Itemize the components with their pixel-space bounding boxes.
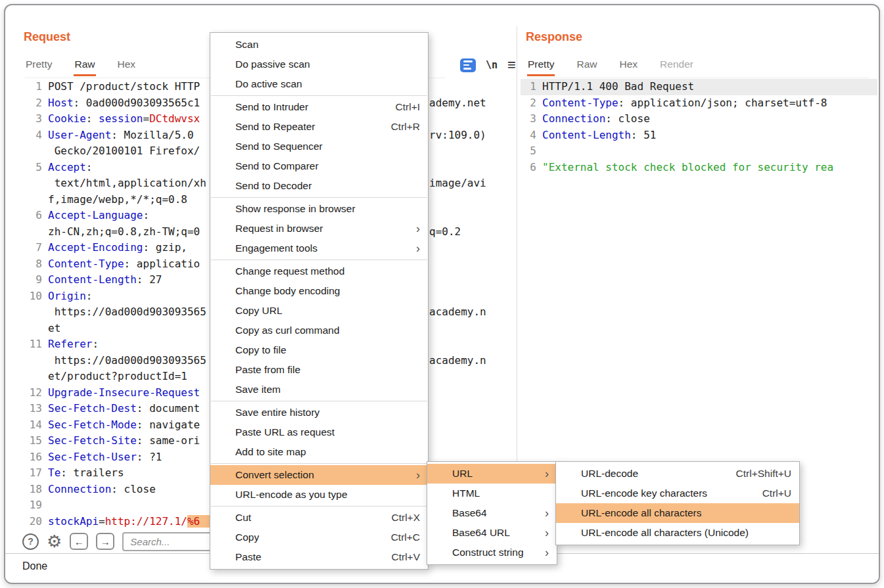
menu-item-url[interactable]: URL — [427, 464, 557, 484]
menu-item-url-encode-all-characters-unicode[interactable]: URL-encode all characters (Unicode) — [556, 523, 799, 543]
menu-item-send-to-repeater[interactable]: Send to RepeaterCtrl+R — [210, 117, 428, 137]
editor-line: 5 — [521, 143, 877, 160]
menu-item-copy-to-file[interactable]: Copy to file — [210, 340, 428, 360]
line-number — [18, 224, 48, 240]
editor-line: 1HTTP/1.1 400 Bad Request — [521, 79, 877, 95]
tab-hex[interactable]: Hex — [619, 55, 639, 74]
line-number: 2 — [18, 95, 48, 112]
menu-item-cut[interactable]: CutCtrl+X — [210, 508, 428, 528]
clipped-text-fragment: academy.n — [429, 304, 486, 321]
menu-item-paste-from-file[interactable]: Paste from file — [210, 360, 428, 380]
submenu-arrow-icon — [545, 547, 549, 558]
footer-icon-group: ?⚙←→ — [22, 533, 114, 550]
editor-line: 4Content-Length: 51 — [521, 127, 877, 144]
line-number — [18, 369, 48, 385]
status-text: Done — [5, 554, 47, 572]
line-number: 4 — [18, 127, 48, 144]
line-number: 6 — [18, 208, 48, 224]
help-icon[interactable]: ? — [22, 533, 39, 550]
forward-arrow-icon[interactable]: → — [96, 533, 114, 550]
menu-item-do-passive-scan[interactable]: Do passive scan — [210, 55, 428, 74]
menu-item-url-decode[interactable]: URL-decodeCtrl+Shift+U — [556, 464, 799, 484]
line-text: Content-Type: application/json; charset=… — [542, 95, 877, 112]
submenu-arrow-icon — [545, 507, 549, 519]
line-number: 14 — [18, 417, 48, 434]
submenu-arrow-icon — [545, 527, 549, 539]
tab-raw[interactable]: Raw — [576, 55, 597, 74]
line-number: 11 — [18, 336, 48, 353]
menu-item-show-response-in-browser[interactable]: Show response in browser — [210, 199, 428, 219]
menu-item-change-request-method[interactable]: Change request method — [210, 261, 428, 281]
line-number: 3 — [18, 111, 48, 127]
menu-item-copy[interactable]: CopyCtrl+C — [210, 528, 428, 547]
menu-shortcut: Ctrl+V — [392, 551, 421, 563]
line-number: 2 — [521, 95, 542, 112]
url-encode-submenu: URL-decodeCtrl+Shift+UURL-encode key cha… — [555, 461, 800, 545]
menu-item-add-to-site-map[interactable]: Add to site map — [210, 442, 428, 462]
menu-item-url-encode-key-characters[interactable]: URL-encode key charactersCtrl+U — [556, 484, 799, 503]
settings-gear-icon[interactable]: ⚙ — [47, 533, 62, 550]
menu-item-do-active-scan[interactable]: Do active scan — [210, 74, 428, 94]
menu-item-send-to-comparer[interactable]: Send to Comparer — [210, 156, 428, 176]
menu-item-paste[interactable]: PasteCtrl+V — [210, 547, 428, 567]
menu-item-engagement-tools[interactable]: Engagement tools — [210, 238, 428, 258]
menu-item-send-to-intruder[interactable]: Send to IntruderCtrl+I — [210, 97, 428, 117]
menu-item-save-item[interactable]: Save item — [210, 380, 428, 399]
pretty-print-icon[interactable] — [460, 58, 476, 72]
menu-item-send-to-sequencer[interactable]: Send to Sequencer — [210, 137, 428, 156]
menu-item-url-encode-as-you-type[interactable]: URL-encode as you type — [210, 485, 428, 505]
line-number: 17 — [18, 465, 48, 482]
menu-item-request-in-browser[interactable]: Request in browser — [210, 219, 428, 238]
clipped-text-fragment: academy.n — [429, 353, 486, 369]
menu-shortcut: Ctrl+U — [762, 487, 791, 499]
editor-line: 6"External stock check blocked for secur… — [521, 160, 877, 176]
response-tab-row: PrettyRawHexRender — [527, 55, 869, 78]
clipped-text-fragment: ademy.net — [429, 95, 486, 112]
line-number: 10 — [18, 288, 48, 305]
menu-item-copy-url[interactable]: Copy URL — [210, 301, 428, 321]
menu-item-base64[interactable]: Base64 — [427, 503, 557, 523]
menu-item-scan[interactable]: Scan — [210, 35, 428, 55]
line-number: 19 — [18, 497, 48, 514]
tab-pretty[interactable]: Pretty — [25, 55, 53, 74]
line-number — [18, 143, 48, 160]
editor-line: 2Content-Type: application/json; charset… — [521, 95, 877, 112]
tab-raw[interactable]: Raw — [74, 55, 95, 76]
menu-item-paste-url-as-request[interactable]: Paste URL as request — [210, 422, 428, 442]
convert-selection-submenu: URLHTMLBase64Base64 URLConstruct string — [427, 461, 557, 565]
menu-shortcut: Ctrl+I — [396, 101, 420, 113]
menu-item-save-entire-history[interactable]: Save entire history — [210, 403, 428, 422]
line-number: 6 — [521, 160, 542, 176]
menu-item-convert-selection[interactable]: Convert selection — [210, 465, 428, 485]
editor-line: 3Connection: close — [521, 111, 877, 127]
line-number — [18, 353, 48, 369]
tab-pretty[interactable]: Pretty — [527, 55, 555, 76]
editor-menu-icon[interactable]: ≡ — [507, 58, 516, 72]
menu-item-construct-string[interactable]: Construct string — [427, 543, 557, 562]
menu-separator — [211, 463, 427, 464]
menu-item-url-encode-all-characters[interactable]: URL-encode all characters — [556, 503, 799, 523]
menu-separator — [211, 401, 427, 401]
tab-render[interactable]: Render — [659, 55, 694, 74]
submenu-arrow-icon — [416, 469, 420, 481]
line-number: 12 — [18, 385, 48, 401]
line-number: 8 — [18, 256, 48, 273]
menu-item-change-body-encoding[interactable]: Change body encoding — [210, 281, 428, 301]
menu-shortcut: Ctrl+Shift+U — [736, 468, 791, 480]
line-text: "External stock check blocked for securi… — [542, 160, 877, 176]
menu-item-copy-as-curl-command[interactable]: Copy as curl command — [210, 321, 428, 340]
menu-item-html[interactable]: HTML — [427, 484, 557, 503]
menu-separator — [211, 260, 427, 260]
menu-item-base64-url[interactable]: Base64 URL — [427, 523, 557, 543]
tab-hex[interactable]: Hex — [117, 55, 137, 74]
menu-item-send-to-decoder[interactable]: Send to Decoder — [210, 176, 428, 196]
response-panel-title: Response — [526, 30, 582, 44]
show-newlines-icon[interactable]: \n — [486, 59, 498, 71]
line-number: 20 — [18, 514, 48, 530]
back-arrow-icon[interactable]: ← — [70, 533, 88, 550]
clipped-text-fragment: rv:109.0) — [429, 127, 486, 144]
line-number: 5 — [521, 143, 542, 160]
menu-shortcut: Ctrl+R — [391, 121, 420, 133]
line-text: Content-Length: 51 — [542, 127, 877, 144]
line-text: HTTP/1.1 400 Bad Request — [542, 79, 877, 95]
